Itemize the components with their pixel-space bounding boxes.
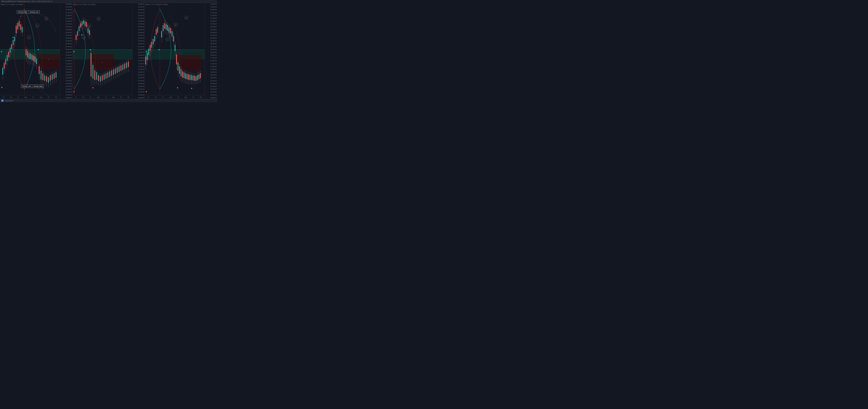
svg-text:1: 1 (83, 37, 84, 38)
svg-rect-338 (200, 73, 201, 78)
svg-text:3: 3 (98, 18, 99, 20)
svg-rect-200 (113, 69, 114, 75)
bottom-bar: T TradingView (0, 99, 217, 102)
svg-rect-310 (179, 66, 180, 74)
svg-point-340 (146, 51, 147, 52)
svg-rect-316 (184, 72, 185, 78)
date-17: 17 (17, 96, 19, 98)
price-30500: 30,500.00 (60, 26, 72, 27)
price-28500: 28,500.00 (60, 49, 72, 50)
svg-rect-308 (178, 62, 179, 71)
chart2-price-axis: 32,500.00 32,250.00 32,000.00 31,750.00 … (132, 3, 145, 99)
price-29750: 29,750.00 (60, 35, 72, 36)
svg-rect-71 (29, 53, 30, 59)
svg-rect-93 (48, 77, 49, 83)
price-27500: 27,500.00 (60, 60, 72, 61)
svg-rect-270 (147, 53, 148, 60)
svg-rect-216 (128, 61, 129, 67)
chart2-area: 1 2 3 ← (72, 3, 132, 95)
date3-19: 19 (148, 96, 149, 98)
svg-rect-264 (177, 55, 201, 71)
svg-rect-160 (79, 26, 80, 31)
svg-rect-0 (0, 3, 60, 95)
chart3-title: Bitcoin / U.S. Dollar, 1D, INDEX (146, 4, 168, 5)
svg-rect-57 (16, 26, 17, 33)
svg-rect-174 (89, 30, 90, 35)
svg-rect-186 (100, 76, 101, 82)
date3-14: 14 (177, 96, 179, 98)
svg-rect-63 (20, 24, 21, 30)
svg-point-220 (92, 87, 94, 89)
svg-rect-97 (52, 74, 53, 80)
svg-rect-212 (124, 63, 125, 69)
svg-text:↓: ↓ (20, 15, 21, 17)
chart1-date-axis: 19 Jul 17 Aug 14 Sep 18 Oct (0, 95, 60, 99)
date-19: 19 (3, 96, 4, 98)
svg-rect-276 (151, 42, 152, 48)
svg-text:←: ← (101, 61, 103, 63)
svg-rect-178 (92, 65, 93, 78)
svg-rect-184 (98, 75, 99, 81)
price-26000: 26,000.00 (60, 77, 72, 78)
chart2-title: Bitcoin / U.S. Dollar, 1D, INDEX (73, 4, 96, 5)
svg-point-105 (1, 87, 3, 88)
svg-text:2: 2 (89, 25, 90, 27)
chart-panel-2: Bitcoin / U.S. Dollar, 1D, INDEX (72, 3, 145, 99)
svg-rect-91 (46, 76, 47, 82)
svg-rect-304 (175, 45, 176, 51)
chart3-price-axis: 32,500.00 32,250.00 32,000.00 31,750.00 … (205, 3, 217, 99)
svg-rect-328 (192, 75, 193, 81)
svg-rect-168 (85, 21, 86, 26)
svg-point-344 (191, 88, 192, 89)
price-24750: 24,750.00 (60, 91, 72, 93)
svg-rect-77 (33, 56, 34, 61)
svg-rect-312 (181, 69, 182, 76)
price-27250: 27,250.00 (60, 63, 72, 64)
svg-rect-192 (105, 73, 106, 78)
svg-rect-79 (35, 57, 36, 62)
svg-text:↑: ↑ (42, 88, 43, 90)
chart1-price-axis: 32,500.00 32,250.00 32,000.00 31,750.00 … (60, 3, 72, 99)
svg-rect-67 (26, 49, 27, 56)
svg-rect-302 (173, 36, 174, 41)
date3-17: 17 (162, 96, 164, 98)
price-26500: 26,500.00 (60, 71, 72, 73)
chart-panel-3: Bitcoin / U.S. Dollar, 1D, INDEX (145, 3, 217, 99)
svg-rect-61 (19, 21, 20, 26)
svg-text:←: ← (48, 58, 50, 60)
date2-14: 14 (75, 96, 77, 98)
svg-rect-75 (32, 55, 33, 60)
date2-sep: Sep (112, 96, 115, 98)
date2-aug: Aug (97, 96, 99, 98)
chart1-title: Bitcoin / U.S. Dollar, 1D, INDEX (1, 4, 23, 5)
svg-rect-330 (194, 76, 195, 81)
top-bar-text: fikira published on TradingView.com, Jul… (2, 0, 53, 2)
chart3-date-axis: 19 Jul 17 Aug 14 Sep 18 Oct (145, 95, 205, 99)
svg-rect-43 (5, 59, 6, 64)
svg-rect-69 (27, 51, 28, 57)
price-32000: 32,000.00 (60, 9, 72, 10)
svg-rect-284 (157, 27, 158, 33)
tradingview-icon: T (1, 99, 4, 102)
svg-rect-190 (104, 74, 105, 80)
svg-text:2: 2 (37, 25, 38, 27)
svg-text:1: 1 (29, 37, 29, 38)
price-29000: 29,000.00 (60, 43, 72, 44)
svg-rect-89 (44, 75, 45, 81)
svg-rect-202 (115, 68, 116, 74)
chart3-svg: 1 2 3 ← (145, 3, 205, 95)
svg-rect-188 (102, 75, 103, 81)
top-bar: fikira published on TradingView.com, Jul… (0, 0, 217, 3)
price-31750: 31,750.00 (60, 12, 72, 13)
svg-point-343 (146, 91, 147, 92)
price-31000: 31,000.00 (60, 21, 72, 22)
svg-rect-206 (119, 66, 120, 72)
date3-jul: Jul (155, 96, 157, 98)
price-29500: 29,500.00 (60, 37, 72, 39)
svg-rect-292 (166, 24, 167, 30)
svg-rect-334 (197, 75, 198, 80)
svg-rect-214 (126, 62, 127, 68)
svg-rect-318 (185, 73, 186, 78)
svg-rect-272 (148, 49, 149, 55)
svg-rect-208 (120, 65, 121, 71)
